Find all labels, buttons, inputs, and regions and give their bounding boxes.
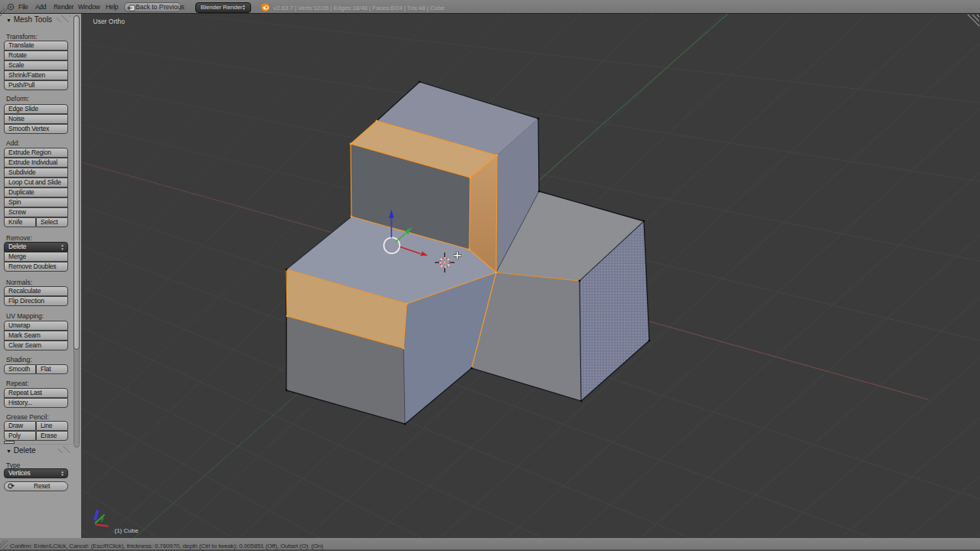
svg-text:User Ortho: User Ortho bbox=[93, 18, 126, 25]
svg-text:y: y bbox=[101, 515, 104, 522]
svg-text:(1) Cube: (1) Cube bbox=[115, 527, 139, 534]
